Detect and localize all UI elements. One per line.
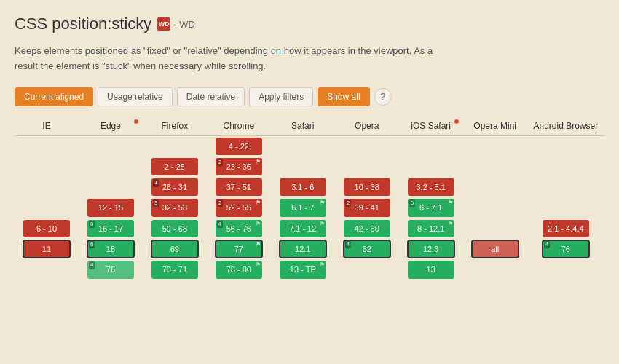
flag-icon: ⚑: [320, 261, 325, 269]
version-block-chrome: 78 - 80⚑: [216, 261, 262, 278]
version-block-chrome: 4 - 22: [216, 138, 262, 155]
version-block-edge: 616 - 17: [87, 220, 134, 237]
title-row: CSS position:sticky WD - WD: [15, 15, 604, 33]
cell-firefox: 2 - 25: [143, 157, 207, 177]
flag-icon: ⚑: [320, 199, 325, 207]
version-badge: 3: [153, 199, 159, 207]
cell-chrome: 4 - 22: [207, 135, 271, 157]
version-badge: 5: [409, 199, 415, 207]
apply-filters-button[interactable]: Apply filters: [249, 87, 313, 106]
table-header-row: IE Edge Firefox Chrome Safari Opera iOS …: [15, 116, 604, 136]
version-block-opera: 239 - 41: [344, 199, 390, 216]
help-button[interactable]: ?: [374, 88, 392, 106]
version-block-opera_mini: all: [472, 240, 519, 258]
col-header-ie: IE: [15, 116, 79, 136]
cell-ios_safari: 56 - 7.1⚑: [399, 197, 463, 218]
cell-chrome: 78 - 80⚑: [207, 259, 271, 280]
cell-edge: [79, 135, 143, 157]
page-container: CSS position:sticky WD - WD Keeps elemen…: [0, 0, 619, 288]
cell-opera_mini: [463, 157, 527, 177]
cell-firefox: 70 - 71: [143, 259, 207, 280]
version-badge: 2: [217, 159, 223, 166]
version-badge: 2: [345, 199, 351, 207]
version-block-chrome: 77⚑: [216, 240, 262, 258]
version-block-ios_safari: 12.3: [408, 240, 454, 258]
version-block-safari: 6.1 - 7⚑: [280, 199, 326, 216]
cell-edge: 476: [79, 259, 143, 280]
cell-ios_safari: [399, 157, 463, 177]
cell-edge: [79, 177, 143, 197]
table-row: 2 - 25223 - 36⚑: [15, 157, 604, 177]
cell-safari: [271, 135, 335, 157]
col-header-opera: Opera: [335, 116, 399, 136]
version-block-ios_safari: 56 - 7.1⚑: [408, 199, 454, 216]
cell-ios_safari: 12.3: [399, 239, 463, 259]
description: Keeps elements positioned as "fixed" or …: [15, 44, 437, 74]
date-relative-button[interactable]: Date relative: [177, 87, 245, 106]
version-badge: 4: [544, 241, 550, 248]
version-block-firefox: 2 - 25: [151, 158, 198, 175]
cell-safari: 7.1 - 12⚑: [271, 218, 335, 239]
version-block-chrome: 456 - 76⚑: [216, 220, 262, 237]
compat-table-wrapper: IE Edge Firefox Chrome Safari Opera iOS …: [15, 116, 604, 280]
flag-icon: ⚑: [256, 241, 261, 248]
highlight-on: on: [271, 45, 281, 56]
version-block-firefox: 126 - 31: [151, 178, 198, 196]
cell-android: [527, 157, 604, 177]
cell-opera_mini: [463, 177, 527, 197]
col-header-chrome: Chrome: [207, 116, 271, 136]
cell-opera: [335, 157, 399, 177]
cell-opera: 462: [335, 239, 399, 259]
flag-icon: ⚑: [448, 221, 453, 228]
version-block-firefox: 332 - 58: [151, 199, 198, 216]
version-block-firefox: 69: [151, 240, 198, 258]
cell-android: 2.1 - 4.4.4: [527, 218, 604, 239]
cell-opera: 10 - 38: [335, 177, 399, 197]
version-block-edge: 618: [87, 240, 134, 258]
version-badge: 4: [217, 221, 223, 228]
cell-ie: [15, 197, 79, 218]
cell-ie: [15, 135, 79, 157]
usage-relative-button[interactable]: Usage relative: [98, 87, 173, 106]
version-block-chrome: 223 - 36⚑: [216, 158, 262, 175]
version-block-ios_safari: 13: [408, 261, 454, 278]
compat-table: IE Edge Firefox Chrome Safari Opera iOS …: [15, 116, 604, 280]
cell-edge: 618: [79, 239, 143, 259]
cell-ie: [15, 157, 79, 177]
version-block-chrome: 37 - 51: [216, 178, 262, 196]
show-all-button[interactable]: Show all: [318, 87, 369, 106]
cell-opera: 239 - 41: [335, 197, 399, 218]
cell-ie: [15, 259, 79, 280]
wd-label: - WD: [173, 19, 195, 30]
col-header-ios-safari: iOS Safari: [399, 116, 463, 136]
cell-opera: 42 - 60: [335, 218, 399, 239]
table-row: 116186977⚑12.146212.3all476: [15, 239, 604, 259]
version-block-opera: 10 - 38: [344, 178, 390, 196]
cell-firefox: 126 - 31: [143, 177, 207, 197]
version-block-safari: 13 - TP⚑: [280, 261, 326, 278]
cell-android: [527, 177, 604, 197]
cell-chrome: 252 - 55⚑: [207, 197, 271, 218]
cell-opera_mini: all: [463, 239, 527, 259]
cell-opera: [335, 259, 399, 280]
flag-icon: ⚑: [256, 199, 261, 207]
version-block-ios_safari: 3.2 - 5.1: [408, 178, 454, 196]
cell-ie: 11: [15, 239, 79, 259]
current-aligned-button[interactable]: Current aligned: [15, 87, 93, 106]
cell-edge: [79, 157, 143, 177]
cell-safari: 6.1 - 7⚑: [271, 197, 335, 218]
cell-opera: [335, 135, 399, 157]
cell-ios_safari: 3.2 - 5.1: [399, 177, 463, 197]
version-badge: 6: [89, 241, 95, 248]
version-block-edge: 12 - 15: [87, 199, 134, 216]
cell-safari: 3.1 - 6: [271, 177, 335, 197]
cell-opera_mini: [463, 259, 527, 280]
cell-chrome: 456 - 76⚑: [207, 218, 271, 239]
version-block-edge: 476: [87, 261, 134, 278]
flag-icon: ⚑: [256, 261, 261, 269]
wd-badge: WD - WD: [157, 17, 195, 31]
table-row: 12 - 15332 - 58252 - 55⚑6.1 - 7⚑239 - 41…: [15, 197, 604, 218]
col-header-android: Android Browser: [527, 116, 604, 136]
cell-ie: [15, 177, 79, 197]
version-badge: 1: [153, 179, 159, 186]
